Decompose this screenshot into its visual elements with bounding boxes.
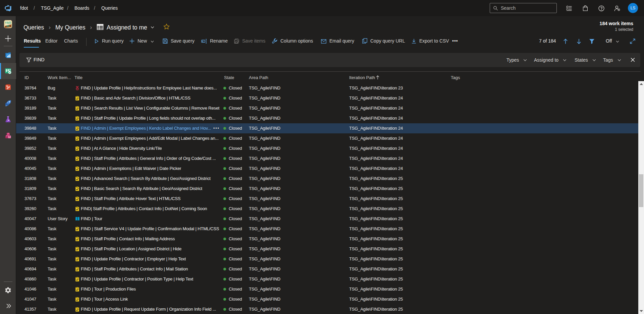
svg-text:TSG: TSG — [5, 21, 11, 24]
